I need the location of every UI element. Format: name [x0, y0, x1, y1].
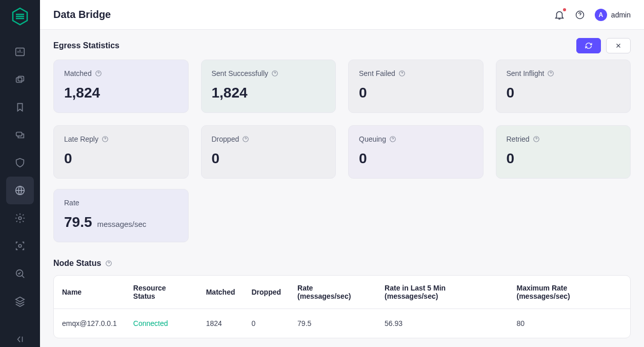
cell-matched: 1824 [198, 309, 244, 338]
stat-label: Dropped [212, 135, 239, 143]
notifications-icon[interactable] [554, 9, 565, 21]
stat-sent-successfully: Sent Successfully 1,824 [201, 60, 336, 113]
cell-max-rate: 80 [508, 309, 630, 338]
page-title: Data Bridge [53, 9, 111, 21]
sidebar [0, 0, 40, 347]
logo [10, 6, 30, 27]
nav-scan[interactable] [6, 232, 34, 260]
svg-point-11 [18, 244, 22, 247]
col-rate: Rate (messages/sec) [289, 276, 376, 309]
stat-sent-inflight: Sent Inflight 0 [496, 60, 631, 113]
help-icon[interactable] [95, 70, 102, 77]
cell-dropped: 0 [244, 309, 290, 338]
cell-rate: 79.5 [289, 309, 376, 338]
stat-label: Sent Successfully [212, 69, 269, 78]
stat-value: 0 [507, 85, 620, 101]
stat-value: 0 [359, 150, 473, 167]
stat-queuing: Queuing 0 [348, 125, 484, 179]
header: Data Bridge A admin [40, 0, 644, 30]
stat-2-value: 1,824 [212, 85, 326, 101]
refresh-button[interactable] [576, 38, 601, 53]
help-icon[interactable] [105, 260, 112, 267]
stat-value: 79.5 [64, 214, 92, 230]
section-title: Egress Statistics [53, 41, 119, 50]
stat-dropped: Dropped 0 [201, 125, 336, 179]
stat-value: 0 [64, 150, 178, 167]
nav-packages[interactable] [6, 66, 34, 93]
stat-late-reply: Late Reply 0 [53, 125, 189, 179]
stat-label: Late Reply [64, 135, 98, 143]
stat-label: Retried [507, 135, 530, 143]
stat-value: 0 [212, 150, 326, 167]
sidebar-nav [0, 38, 40, 315]
col-matched: Matched [198, 276, 244, 309]
nav-settings[interactable] [6, 204, 34, 232]
col-dropped: Dropped [244, 276, 290, 309]
help-icon[interactable] [242, 136, 249, 143]
nav-layers[interactable] [6, 287, 34, 315]
nav-stack[interactable] [6, 121, 34, 149]
col-rate-5min: Rate in Last 5 Min (messages/sec) [376, 276, 508, 309]
stat-label: Sent Inflight [507, 69, 545, 78]
stat-label: Queuing [359, 135, 386, 143]
svg-rect-7 [16, 132, 22, 136]
avatar: A [595, 9, 607, 21]
svg-rect-6 [18, 76, 24, 81]
sidebar-collapse[interactable] [0, 332, 40, 347]
stat-label: Rate [64, 199, 79, 207]
nav-shield[interactable] [6, 149, 34, 177]
cell-rate-5min: 56.93 [376, 309, 508, 338]
nav-dashboard[interactable] [6, 38, 34, 66]
stat-value: 1,824 [64, 85, 178, 101]
stat-value: 0 [507, 150, 620, 167]
help-icon[interactable] [547, 70, 554, 77]
stat-rate: Rate 79.5 messages/sec [53, 189, 189, 242]
cell-status: Connected [125, 309, 198, 338]
nav-bookmark[interactable] [6, 93, 34, 121]
stat-value: 0 [359, 85, 473, 101]
stat-retried: Retried 0 [496, 125, 631, 179]
stat-unit: messages/sec [97, 220, 147, 228]
stat-label: Sent Failed [359, 69, 395, 78]
svg-point-10 [18, 217, 22, 220]
username: admin [611, 11, 631, 19]
node-table: Name Resource Status Matched Dropped Rat… [53, 275, 631, 338]
stat-matched: Matched 1,824 [53, 60, 189, 113]
node-status-title: Node Status [53, 259, 631, 268]
col-resource-status: Resource Status [125, 276, 198, 309]
stat-label: Matched [64, 69, 92, 78]
help-icon[interactable] [389, 136, 396, 143]
col-max-rate: Maximum Rate (messages/sec) [508, 276, 630, 309]
notification-dot [563, 8, 566, 11]
nav-activity[interactable] [6, 260, 34, 287]
svg-rect-5 [16, 78, 22, 82]
stat-sent-failed: Sent Failed 0 [348, 60, 484, 113]
help-icon[interactable] [533, 136, 540, 143]
close-button[interactable] [606, 38, 631, 53]
help-icon[interactable] [574, 9, 586, 21]
help-icon[interactable] [271, 70, 278, 77]
cell-name: emqx@127.0.0.1 [54, 309, 125, 338]
help-icon[interactable] [102, 136, 109, 143]
table-header-row: Name Resource Status Matched Dropped Rat… [54, 276, 630, 309]
table-row: emqx@127.0.0.1 Connected 1824 0 79.5 56.… [54, 309, 630, 338]
nav-data-bridge[interactable] [6, 177, 34, 204]
help-icon[interactable] [398, 70, 406, 77]
user-menu[interactable]: A admin [595, 9, 631, 21]
col-name: Name [54, 276, 125, 309]
